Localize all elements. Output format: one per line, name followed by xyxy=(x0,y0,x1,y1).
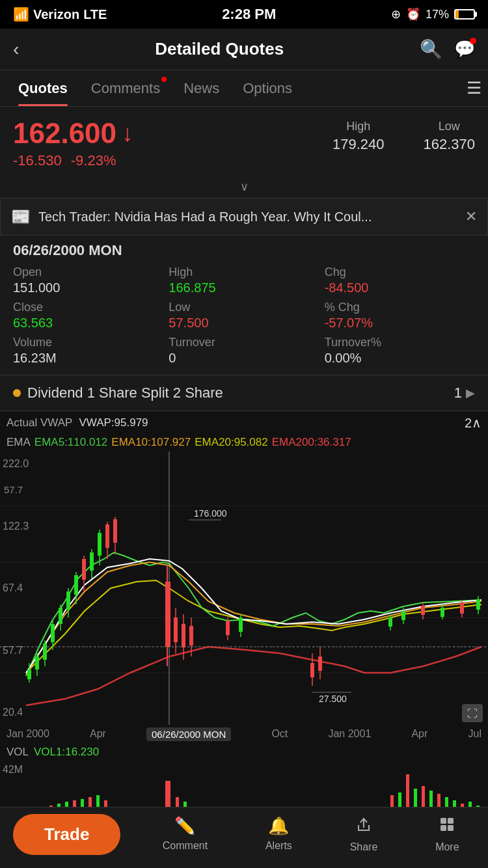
price-left: 162.600 ↓ -16.530 -9.23% xyxy=(13,117,332,169)
candlestick-chart-svg: 176.000 27.500 ⛶ xyxy=(0,452,488,725)
svg-rect-23 xyxy=(90,552,94,571)
price-direction-arrow: ↓ xyxy=(122,120,133,147)
ema-label: EMA xyxy=(7,436,31,449)
turnover-pct-data: Turnover% 0.00% xyxy=(325,336,475,366)
nav-comment[interactable]: ✏️ Comment xyxy=(163,816,208,853)
more-nav-icon xyxy=(439,816,455,837)
nav-alerts[interactable]: 🔔 Alerts xyxy=(265,816,292,853)
dividend-text: Dividend 1 Share Split 2 Share xyxy=(27,385,454,401)
share-nav-icon xyxy=(355,816,372,837)
volume-indicator-bar: VOL VOL1:16.230 xyxy=(0,743,488,761)
svg-text:27.500: 27.500 xyxy=(319,694,347,704)
vol-value: VOL1:16.230 xyxy=(34,746,99,759)
ema-indicators-bar: EMA EMA5:110.012 EMA10:107.927 EMA20:95.… xyxy=(0,435,488,452)
svg-rect-39 xyxy=(226,621,230,635)
svg-rect-11 xyxy=(43,644,47,660)
dividend-number: 1 xyxy=(454,385,462,401)
ema10-value: EMA10:107.927 xyxy=(111,436,191,449)
expand-price-details[interactable]: ∨ xyxy=(0,176,488,198)
trade-button[interactable]: Trade xyxy=(13,814,120,855)
open-data: Open 151.000 xyxy=(13,265,163,295)
chart-toggle[interactable]: 2∧ xyxy=(465,415,481,431)
svg-rect-98 xyxy=(441,825,446,831)
bottom-navigation: Trade ✏️ Comment 🔔 Alerts Share xyxy=(0,807,488,868)
ema200-value: EMA200:36.317 xyxy=(272,436,351,449)
nav-more[interactable]: More xyxy=(435,816,459,853)
tab-menu-icon[interactable]: ☰ xyxy=(467,78,481,98)
back-button[interactable]: ‹ xyxy=(13,39,19,60)
vwap-indicators: Actual VWAP VWAP:95.979 xyxy=(7,416,148,429)
low-stat: Low 162.370 xyxy=(423,120,475,153)
alerts-nav-icon: 🔔 xyxy=(268,816,289,836)
svg-rect-27 xyxy=(105,524,109,548)
battery-icon xyxy=(454,9,475,20)
turnover-data: Turnover 0 xyxy=(169,336,319,366)
svg-rect-53 xyxy=(441,608,444,617)
tab-news[interactable]: News xyxy=(172,70,231,106)
chart-y-axis: 222.0 122.3 67.4 57.7 20.4 xyxy=(3,452,29,725)
svg-text:⛶: ⛶ xyxy=(467,708,478,719)
svg-rect-15 xyxy=(59,608,62,624)
chg-data: Chg -84.500 xyxy=(325,265,475,295)
svg-rect-35 xyxy=(182,624,185,647)
vwap-label: Actual VWAP xyxy=(7,416,72,429)
nav-share[interactable]: Share xyxy=(350,816,378,853)
dividend-expand-arrow[interactable]: ▶ xyxy=(466,386,475,400)
vol-label: VOL xyxy=(7,746,29,759)
current-price: 162.600 ↓ xyxy=(13,117,332,150)
time-display: 2:28 PM xyxy=(222,6,276,23)
close-data: Close 63.563 xyxy=(13,301,163,331)
price-change: -16.530 -9.23% xyxy=(13,152,332,169)
high-data: High 166.875 xyxy=(169,265,319,295)
ohlcv-grid: Open 151.000 High 166.875 Chg -84.500 Cl… xyxy=(13,265,475,366)
tab-options[interactable]: Options xyxy=(231,70,304,106)
dividend-dot xyxy=(13,389,21,397)
svg-rect-47 xyxy=(388,617,392,627)
price-stats: High 179.240 Low 162.370 xyxy=(332,117,475,153)
alarm-icon: ⏰ xyxy=(406,7,420,21)
tab-quotes[interactable]: Quotes xyxy=(7,70,79,106)
ema5-value: EMA5:110.012 xyxy=(34,436,107,449)
svg-rect-45 xyxy=(318,657,322,671)
header: ‹ Detailed Quotes 🔍 💬 xyxy=(0,29,488,70)
carrier-label: Verizon xyxy=(33,7,79,22)
tab-bar: Quotes Comments News Options ☰ xyxy=(0,70,488,107)
svg-rect-37 xyxy=(189,626,193,645)
svg-rect-99 xyxy=(448,825,454,831)
svg-rect-55 xyxy=(460,603,464,614)
svg-rect-41 xyxy=(239,617,243,632)
signal-carrier: 📶 Verizon LTE xyxy=(13,7,107,22)
dividend-row: Dividend 1 Share Split 2 Share 1 ▶ xyxy=(0,375,488,411)
svg-rect-97 xyxy=(448,818,454,824)
low-data: Low 57.500 xyxy=(169,301,319,331)
svg-rect-25 xyxy=(98,533,102,556)
nav-items: ✏️ Comment 🔔 Alerts Share xyxy=(133,816,488,853)
svg-rect-96 xyxy=(441,818,446,824)
date-info-section: 06/26/2000 MON Open 151.000 High 166.875… xyxy=(0,236,488,375)
news-close-button[interactable]: ✕ xyxy=(465,208,477,225)
network-label: LTE xyxy=(83,7,107,22)
chart-x-axis: Jan 2000 Apr 06/26/2000 MON Oct Jan 2001… xyxy=(0,725,488,743)
tab-comments[interactable]: Comments xyxy=(79,70,172,106)
location-icon: ⊕ xyxy=(391,7,401,21)
high-stat: High 179.240 xyxy=(332,120,385,153)
chart-container[interactable]: Actual VWAP VWAP:95.979 2∧ EMA EMA5:110.… xyxy=(0,411,488,820)
chat-icon[interactable]: 💬 xyxy=(454,39,475,59)
status-bar: 📶 Verizon LTE 2:28 PM ⊕ ⏰ 17% xyxy=(0,0,488,29)
svg-rect-51 xyxy=(421,606,425,615)
search-icon[interactable]: 🔍 xyxy=(420,38,442,60)
svg-rect-9 xyxy=(35,657,39,670)
svg-rect-29 xyxy=(113,519,117,543)
ema20-value: EMA20:95.082 xyxy=(195,436,267,449)
status-icons: ⊕ ⏰ 17% xyxy=(391,7,475,21)
svg-text:176.000: 176.000 xyxy=(194,508,227,519)
chart-indicators-bar: Actual VWAP VWAP:95.979 2∧ xyxy=(0,411,488,435)
comment-nav-icon: ✏️ xyxy=(174,816,195,836)
news-banner-text[interactable]: Tech Trader: Nvidia Has Had a Rough Year… xyxy=(38,210,457,224)
vwap-value: VWAP:95.979 xyxy=(79,416,148,429)
battery-level: 17% xyxy=(426,8,449,21)
news-article-icon: 📰 xyxy=(11,208,31,226)
svg-rect-19 xyxy=(74,575,78,595)
chart-area[interactable]: 222.0 122.3 67.4 57.7 20.4 xyxy=(0,452,488,725)
svg-rect-21 xyxy=(82,559,86,580)
